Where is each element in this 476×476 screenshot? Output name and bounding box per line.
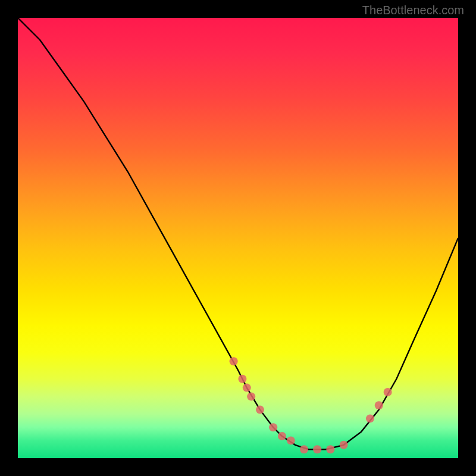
data-marker bbox=[243, 384, 251, 392]
data-marker bbox=[326, 445, 334, 453]
plot-area bbox=[18, 18, 458, 458]
data-marker bbox=[375, 401, 383, 409]
data-marker bbox=[230, 357, 238, 365]
watermark-text: TheBottleneck.com bbox=[362, 4, 464, 17]
data-markers bbox=[230, 357, 392, 453]
data-marker bbox=[300, 445, 308, 453]
data-marker bbox=[278, 432, 286, 440]
data-marker bbox=[340, 441, 348, 449]
data-marker bbox=[247, 392, 255, 400]
data-marker bbox=[238, 375, 246, 383]
data-marker bbox=[256, 406, 264, 414]
bottleneck-curve bbox=[18, 18, 458, 449]
data-marker bbox=[313, 445, 321, 453]
data-marker bbox=[384, 388, 392, 396]
data-marker bbox=[366, 414, 374, 422]
chart-svg bbox=[18, 18, 458, 458]
data-marker bbox=[269, 423, 277, 431]
data-marker bbox=[287, 436, 295, 444]
